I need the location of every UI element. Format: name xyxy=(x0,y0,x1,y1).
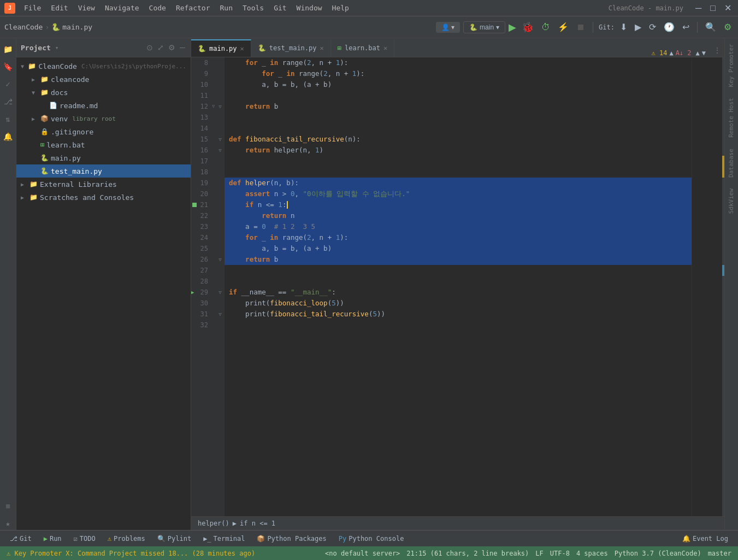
tree-venv[interactable]: ▶ 📦 venv library root xyxy=(16,112,191,125)
menu-file[interactable]: File xyxy=(20,3,45,13)
bottom-tab-pylint[interactable]: 🔍 Pylint xyxy=(152,533,197,544)
fold-12-icon[interactable]: ▽ xyxy=(212,101,215,112)
breadcrumb-file[interactable]: main.py xyxy=(62,23,92,31)
bottom-tab-git[interactable]: ⎇ Git xyxy=(4,533,37,544)
sidebar-structure-icon[interactable]: ≡ xyxy=(2,499,15,512)
sidebar-bookmarks2-icon[interactable]: ★ xyxy=(2,517,15,530)
tree-readme[interactable]: ▶ 📄 readme.md xyxy=(16,99,191,112)
sidebar-notifications-icon[interactable]: 🔔 xyxy=(2,130,15,143)
close-btn[interactable]: ✕ xyxy=(722,2,734,14)
right-label-database[interactable]: Database xyxy=(725,143,738,183)
bottom-tab-todo[interactable]: ☑ TODO xyxy=(68,533,101,544)
tree-extlibs[interactable]: ▶ 📁 External Libraries xyxy=(16,178,191,191)
status-python[interactable]: Python 3.7 (CleanCode) xyxy=(615,550,701,557)
project-dropdown-icon[interactable]: ▾ xyxy=(55,44,59,51)
tree-docs[interactable]: ▼ 📁 docs xyxy=(16,86,191,99)
right-label-keypromoter[interactable]: Key Promoter xyxy=(725,38,738,92)
branch-btn[interactable]: 🐍 main ▾ xyxy=(463,21,505,33)
git-history-btn[interactable]: 🕐 xyxy=(662,21,677,33)
git-push-btn[interactable]: ▶ xyxy=(633,21,643,33)
tree-scratches[interactable]: ▶ 📁 Scratches and Consoles xyxy=(16,191,191,204)
tab-bat-close[interactable]: ✕ xyxy=(383,44,387,52)
menu-run[interactable]: Run xyxy=(216,3,237,13)
git-pull-btn[interactable]: ⬇ xyxy=(618,21,629,33)
code-breadcrumb-helper[interactable]: helper() xyxy=(198,520,229,527)
menu-view[interactable]: View xyxy=(74,3,99,13)
run-button[interactable]: ▶ xyxy=(509,21,516,33)
tree-root[interactable]: ▼ 📁 CleanCode C:\Users\is2js\pythonProje… xyxy=(16,60,191,73)
panel-close-btn[interactable]: ─ xyxy=(179,42,186,53)
bottom-tab-pypackages[interactable]: 📦 Python Packages xyxy=(251,533,332,544)
git-update-btn[interactable]: ⟳ xyxy=(647,21,658,33)
profile-btn[interactable]: ⚡ xyxy=(556,21,571,33)
search-btn[interactable]: 🔍 xyxy=(703,21,718,33)
status-position[interactable]: 21:15 (61 chars, 2 line breaks) xyxy=(406,550,529,557)
tab-learn-bat[interactable]: ⊞ learn.bat ✕ xyxy=(331,39,395,57)
status-branch[interactable]: master xyxy=(708,550,731,557)
menu-window[interactable]: Window xyxy=(292,3,327,13)
tab-test-py-close[interactable]: ✕ xyxy=(320,44,324,52)
debug-btn[interactable]: 🐞 xyxy=(519,20,536,34)
status-indent[interactable]: 4 spaces xyxy=(576,550,608,557)
stop-btn[interactable]: ⏹ xyxy=(574,21,587,33)
bottom-tab-pyconsole[interactable]: Py Python Console xyxy=(333,533,410,544)
error-arrow-up[interactable]: ▲ xyxy=(669,49,673,57)
tree-mainpy[interactable]: ▶ 🐍 main.py xyxy=(16,151,191,164)
docs-arrow: ▼ xyxy=(32,90,38,96)
panel-gear-btn[interactable]: ⚙ xyxy=(167,42,176,53)
tree-testmainpy[interactable]: ▶ 🐍 test_main.py xyxy=(16,164,191,178)
menu-help[interactable]: Help xyxy=(328,3,353,13)
tab-test-main-py[interactable]: 🐍 test_main.py ✕ xyxy=(251,39,331,57)
git-revert-btn[interactable]: ↩ xyxy=(680,21,692,33)
tabs-more-btn[interactable]: ⋮ xyxy=(710,44,724,57)
gutter-9 xyxy=(216,68,225,79)
minimize-btn[interactable]: ─ xyxy=(693,2,704,14)
menu-git[interactable]: Git xyxy=(269,3,291,13)
gutter-12[interactable]: ▽ xyxy=(216,101,225,112)
tab-main-py-close[interactable]: ✕ xyxy=(240,45,244,52)
tree-cleancode[interactable]: ▶ 📁 cleancode xyxy=(16,73,191,86)
minimap[interactable] xyxy=(692,57,724,516)
venv-tag: library root xyxy=(72,115,115,122)
gutter-16[interactable]: ▽ xyxy=(216,145,225,156)
status-encoding[interactable]: UTF-8 xyxy=(550,550,570,557)
bottom-tab-terminal[interactable]: ▶_ Terminal xyxy=(198,533,250,544)
menu-refactor[interactable]: Refactor xyxy=(172,3,215,13)
bottom-tab-run[interactable]: ▶ Run xyxy=(38,533,67,544)
menu-edit[interactable]: Edit xyxy=(46,3,72,13)
gutter-29[interactable]: ▽ xyxy=(216,287,225,298)
panel-expand-btn[interactable]: ⤢ xyxy=(156,42,165,53)
gutter-31[interactable]: ▽ xyxy=(216,309,225,320)
right-label-sdkview[interactable]: SdkView xyxy=(725,183,738,219)
bottom-tab-problems[interactable]: ⚠ Problems xyxy=(102,533,151,544)
maximize-btn[interactable]: □ xyxy=(708,2,718,14)
user-btn[interactable]: 👤 ▾ xyxy=(436,22,460,33)
bottom-tab-eventlog[interactable]: 🔔 Event Log xyxy=(677,533,734,544)
sidebar-bookmark-icon[interactable]: 🔖 xyxy=(2,60,15,73)
status-line-ending[interactable]: LF xyxy=(535,550,543,557)
nav-down-btn[interactable]: ▼ xyxy=(702,49,706,57)
code-content[interactable]: for _ in range(2, n + 1): for _ in range… xyxy=(225,57,692,516)
gutter-15[interactable]: ▽ xyxy=(216,134,225,145)
code-breadcrumb-condition[interactable]: if n <= 1 xyxy=(240,520,275,527)
nav-up-btn[interactable]: ▲ xyxy=(696,49,700,57)
settings-btn[interactable]: ⚙ xyxy=(722,21,734,33)
sidebar-pull-icon[interactable]: ⇅ xyxy=(2,113,15,126)
gutter-26[interactable]: ▽ xyxy=(216,254,225,265)
sidebar-commit-icon[interactable]: ✓ xyxy=(2,78,15,91)
sidebar-project-icon[interactable]: 📁 xyxy=(2,43,15,56)
tree-gitignore[interactable]: ▶ 🔒 .gitignore xyxy=(16,125,191,138)
menu-navigate[interactable]: Navigate xyxy=(101,3,144,13)
tab-main-py[interactable]: 🐍 main.py ✕ xyxy=(191,39,251,57)
right-label-remotehost[interactable]: Remote Host xyxy=(725,92,738,143)
menu-code[interactable]: Code xyxy=(145,3,170,13)
breadcrumb-project[interactable]: CleanCode xyxy=(4,23,43,31)
status-server[interactable]: <no default server> xyxy=(325,550,400,557)
coverage-btn[interactable]: ⏱ xyxy=(539,21,552,33)
tree-learnbat[interactable]: ▶ ⊞ learn.bat xyxy=(16,138,191,151)
code-line-19: def helper(n, b): xyxy=(225,178,692,188)
panel-target-btn[interactable]: ⊙ xyxy=(145,42,154,53)
line-13: 13 xyxy=(191,112,211,123)
menu-tools[interactable]: Tools xyxy=(238,3,268,13)
sidebar-git-icon[interactable]: ⎇ xyxy=(2,95,15,108)
